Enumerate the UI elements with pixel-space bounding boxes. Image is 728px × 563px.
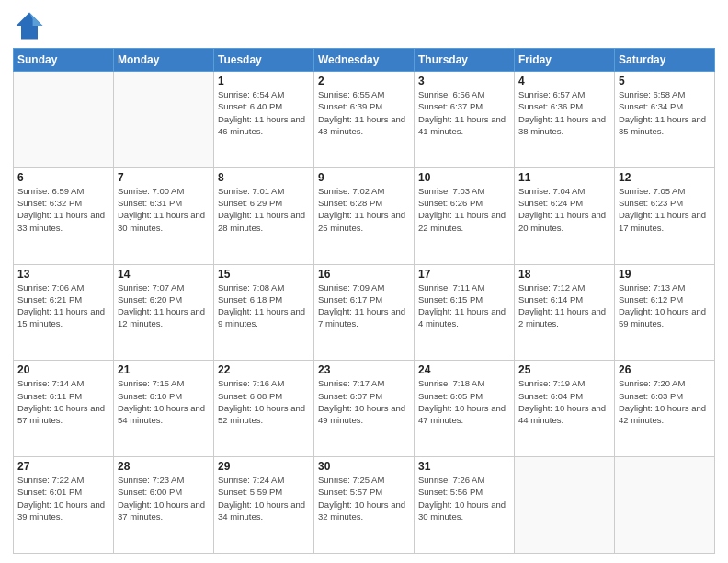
calendar-day-header: Saturday xyxy=(615,49,715,72)
day-number: 24 xyxy=(418,363,510,376)
calendar-day-cell: 6Sunrise: 6:59 AM Sunset: 6:32 PM Daylig… xyxy=(14,167,114,264)
day-info: Sunrise: 7:16 AM Sunset: 6:08 PM Dayligh… xyxy=(218,377,310,426)
calendar-day-cell: 5Sunrise: 6:58 AM Sunset: 6:34 PM Daylig… xyxy=(615,72,715,168)
day-info: Sunrise: 6:59 AM Sunset: 6:32 PM Dayligh… xyxy=(17,185,109,234)
calendar-day-header: Monday xyxy=(114,49,214,72)
day-info: Sunrise: 7:12 AM Sunset: 6:14 PM Dayligh… xyxy=(518,282,610,330)
day-number: 29 xyxy=(218,460,310,473)
calendar-week-row: 27Sunrise: 7:22 AM Sunset: 6:01 PM Dayli… xyxy=(14,457,715,554)
day-info: Sunrise: 7:26 AM Sunset: 5:56 PM Dayligh… xyxy=(418,474,510,523)
calendar-day-cell: 11Sunrise: 7:04 AM Sunset: 6:24 PM Dayli… xyxy=(515,167,615,264)
calendar-day-cell: 7Sunrise: 7:00 AM Sunset: 6:31 PM Daylig… xyxy=(114,167,214,264)
calendar-day-cell: 29Sunrise: 7:24 AM Sunset: 5:59 PM Dayli… xyxy=(214,457,314,554)
day-info: Sunrise: 7:18 AM Sunset: 6:05 PM Dayligh… xyxy=(418,377,510,426)
calendar-day-cell: 4Sunrise: 6:57 AM Sunset: 6:36 PM Daylig… xyxy=(515,72,615,168)
day-info: Sunrise: 7:07 AM Sunset: 6:20 PM Dayligh… xyxy=(118,282,210,330)
calendar-week-row: 13Sunrise: 7:06 AM Sunset: 6:21 PM Dayli… xyxy=(14,264,715,361)
calendar-day-cell: 13Sunrise: 7:06 AM Sunset: 6:21 PM Dayli… xyxy=(14,264,114,361)
calendar-day-cell: 15Sunrise: 7:08 AM Sunset: 6:18 PM Dayli… xyxy=(214,264,314,361)
calendar-day-header: Sunday xyxy=(14,49,114,72)
day-info: Sunrise: 6:58 AM Sunset: 6:34 PM Dayligh… xyxy=(619,88,711,137)
calendar-day-cell: 14Sunrise: 7:07 AM Sunset: 6:20 PM Dayli… xyxy=(114,264,214,361)
day-number: 13 xyxy=(17,268,109,281)
day-number: 6 xyxy=(17,171,109,184)
calendar-day-cell: 18Sunrise: 7:12 AM Sunset: 6:14 PM Dayli… xyxy=(515,264,615,361)
day-number: 15 xyxy=(218,268,310,281)
day-info: Sunrise: 7:11 AM Sunset: 6:15 PM Dayligh… xyxy=(418,282,510,330)
calendar-day-header: Friday xyxy=(515,49,615,72)
day-number: 22 xyxy=(218,363,310,376)
day-number: 9 xyxy=(318,171,410,184)
day-info: Sunrise: 7:00 AM Sunset: 6:31 PM Dayligh… xyxy=(118,185,210,234)
logo xyxy=(13,9,50,42)
calendar-day-cell: 10Sunrise: 7:03 AM Sunset: 6:26 PM Dayli… xyxy=(415,167,515,264)
header xyxy=(13,9,715,42)
day-info: Sunrise: 7:06 AM Sunset: 6:21 PM Dayligh… xyxy=(17,282,109,330)
day-number: 27 xyxy=(17,460,109,473)
calendar-day-cell: 22Sunrise: 7:16 AM Sunset: 6:08 PM Dayli… xyxy=(214,361,314,457)
day-number: 19 xyxy=(619,268,711,281)
day-number: 16 xyxy=(318,268,410,281)
calendar-day-cell: 30Sunrise: 7:25 AM Sunset: 5:57 PM Dayli… xyxy=(314,457,415,554)
calendar-day-cell: 27Sunrise: 7:22 AM Sunset: 6:01 PM Dayli… xyxy=(14,457,114,554)
day-info: Sunrise: 7:09 AM Sunset: 6:17 PM Dayligh… xyxy=(318,282,410,330)
calendar-day-header: Tuesday xyxy=(214,49,314,72)
day-number: 18 xyxy=(518,268,610,281)
calendar-week-row: 6Sunrise: 6:59 AM Sunset: 6:32 PM Daylig… xyxy=(14,167,715,264)
day-number: 4 xyxy=(518,75,610,87)
calendar-week-row: 20Sunrise: 7:14 AM Sunset: 6:11 PM Dayli… xyxy=(14,361,715,457)
calendar-day-cell: 28Sunrise: 7:23 AM Sunset: 6:00 PM Dayli… xyxy=(114,457,214,554)
day-info: Sunrise: 7:25 AM Sunset: 5:57 PM Dayligh… xyxy=(318,474,410,523)
calendar-day-cell: 23Sunrise: 7:17 AM Sunset: 6:07 PM Dayli… xyxy=(314,361,415,457)
calendar-day-cell xyxy=(615,457,715,554)
day-number: 20 xyxy=(17,363,109,376)
day-number: 14 xyxy=(118,268,210,281)
day-number: 11 xyxy=(518,171,610,184)
day-info: Sunrise: 7:04 AM Sunset: 6:24 PM Dayligh… xyxy=(518,185,610,234)
day-info: Sunrise: 6:55 AM Sunset: 6:39 PM Dayligh… xyxy=(318,88,410,137)
calendar-day-cell: 24Sunrise: 7:18 AM Sunset: 6:05 PM Dayli… xyxy=(415,361,515,457)
day-info: Sunrise: 7:20 AM Sunset: 6:03 PM Dayligh… xyxy=(619,377,711,426)
calendar-day-cell: 31Sunrise: 7:26 AM Sunset: 5:56 PM Dayli… xyxy=(415,457,515,554)
day-number: 21 xyxy=(118,363,210,376)
day-info: Sunrise: 7:22 AM Sunset: 6:01 PM Dayligh… xyxy=(17,474,109,523)
day-info: Sunrise: 7:02 AM Sunset: 6:28 PM Dayligh… xyxy=(318,185,410,234)
day-number: 28 xyxy=(118,460,210,473)
day-info: Sunrise: 7:08 AM Sunset: 6:18 PM Dayligh… xyxy=(218,282,310,330)
day-number: 8 xyxy=(218,171,310,184)
calendar-day-cell: 19Sunrise: 7:13 AM Sunset: 6:12 PM Dayli… xyxy=(615,264,715,361)
calendar-day-cell: 12Sunrise: 7:05 AM Sunset: 6:23 PM Dayli… xyxy=(615,167,715,264)
day-number: 23 xyxy=(318,363,410,376)
calendar-day-cell xyxy=(114,72,214,168)
day-number: 3 xyxy=(418,75,510,87)
calendar-day-cell: 25Sunrise: 7:19 AM Sunset: 6:04 PM Dayli… xyxy=(515,361,615,457)
day-number: 25 xyxy=(518,363,610,376)
day-info: Sunrise: 7:19 AM Sunset: 6:04 PM Dayligh… xyxy=(518,377,610,426)
calendar-day-cell xyxy=(14,72,114,168)
day-info: Sunrise: 7:01 AM Sunset: 6:29 PM Dayligh… xyxy=(218,185,310,234)
calendar-day-cell xyxy=(515,457,615,554)
day-number: 17 xyxy=(418,268,510,281)
day-info: Sunrise: 7:23 AM Sunset: 6:00 PM Dayligh… xyxy=(118,474,210,523)
day-info: Sunrise: 7:15 AM Sunset: 6:10 PM Dayligh… xyxy=(118,377,210,426)
calendar-day-cell: 17Sunrise: 7:11 AM Sunset: 6:15 PM Dayli… xyxy=(415,264,515,361)
calendar-day-cell: 3Sunrise: 6:56 AM Sunset: 6:37 PM Daylig… xyxy=(415,72,515,168)
day-info: Sunrise: 6:57 AM Sunset: 6:36 PM Dayligh… xyxy=(518,88,610,137)
day-info: Sunrise: 6:56 AM Sunset: 6:37 PM Dayligh… xyxy=(418,88,510,137)
page: SundayMondayTuesdayWednesdayThursdayFrid… xyxy=(0,0,728,563)
day-number: 2 xyxy=(318,75,410,87)
day-number: 10 xyxy=(418,171,510,184)
calendar-day-header: Thursday xyxy=(415,49,515,72)
day-number: 5 xyxy=(619,75,711,87)
calendar-day-cell: 20Sunrise: 7:14 AM Sunset: 6:11 PM Dayli… xyxy=(14,361,114,457)
calendar-day-cell: 16Sunrise: 7:09 AM Sunset: 6:17 PM Dayli… xyxy=(314,264,415,361)
day-number: 7 xyxy=(118,171,210,184)
calendar-day-cell: 26Sunrise: 7:20 AM Sunset: 6:03 PM Dayli… xyxy=(615,361,715,457)
calendar-day-cell: 21Sunrise: 7:15 AM Sunset: 6:10 PM Dayli… xyxy=(114,361,214,457)
day-number: 1 xyxy=(218,75,310,87)
day-info: Sunrise: 7:05 AM Sunset: 6:23 PM Dayligh… xyxy=(619,185,711,234)
day-info: Sunrise: 7:14 AM Sunset: 6:11 PM Dayligh… xyxy=(17,377,109,426)
day-number: 26 xyxy=(619,363,711,376)
calendar-day-header: Wednesday xyxy=(314,49,415,72)
calendar-header-row: SundayMondayTuesdayWednesdayThursdayFrid… xyxy=(14,49,715,72)
